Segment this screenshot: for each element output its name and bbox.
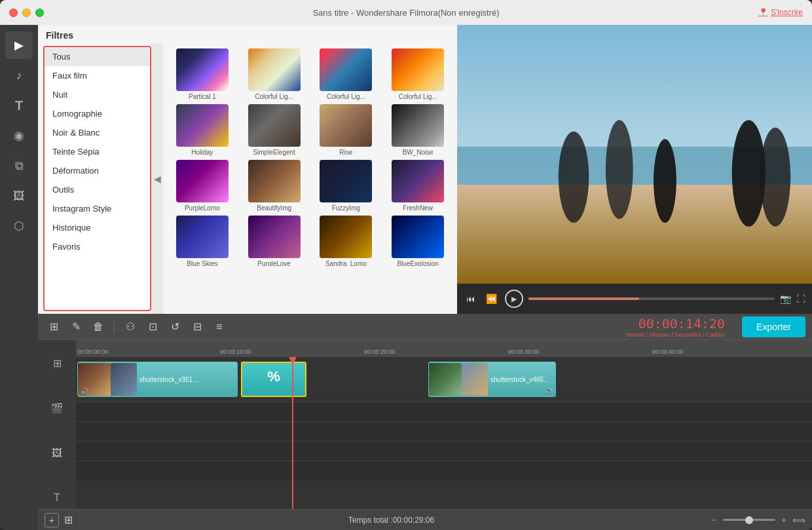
text-track-icon[interactable]: T: [54, 492, 60, 504]
filter-item-fuzzyimg[interactable]: FuzzyImg: [312, 160, 380, 212]
close-button[interactable]: [9, 9, 18, 17]
filter-item-freshnew[interactable]: FreshNew: [384, 160, 452, 212]
clip-thumb-1b: [111, 363, 137, 396]
filter-label-blueskies: Blue Skies: [187, 260, 217, 266]
svg-point-7: [760, 128, 790, 227]
filter-label-bwnoise: BW_Noise: [403, 149, 434, 156]
edit-tool[interactable]: ✎: [67, 318, 85, 336]
crop-tool[interactable]: ⊡: [143, 318, 162, 336]
step-back-button[interactable]: ⏪: [483, 292, 500, 305]
filter-thumb-rise: [320, 104, 372, 147]
split-tool[interactable]: ⊟: [188, 318, 206, 336]
timeline-main[interactable]: 00:00:00:00 00:00:10:00 00:00:20:00 00:0…: [76, 340, 812, 509]
progress-bar[interactable]: [528, 297, 775, 300]
add-video-track-icon[interactable]: ⊞: [53, 357, 62, 369]
maximize-button[interactable]: [35, 9, 44, 17]
filter-category-favoris[interactable]: Favoris: [45, 237, 150, 256]
minimize-button[interactable]: [22, 9, 31, 17]
filter-item-colorful2[interactable]: Colorful Lig...: [312, 48, 380, 100]
video-track-icon[interactable]: 🎬: [50, 402, 64, 415]
zoom-thumb: [745, 516, 753, 524]
register-link[interactable]: 📍 S'inscrire: [758, 8, 803, 17]
filter-category-historique[interactable]: Historique: [45, 218, 150, 237]
track-clip-1[interactable]: shutterstock_v351... 🔊: [77, 362, 238, 397]
filter-item-bwnoise[interactable]: BW_Noise: [384, 104, 452, 156]
progress-fill: [528, 297, 639, 300]
clip-audio-icon-1: 🔊: [81, 387, 88, 394]
filter-body: Tous Faux film Nuit Lomographie Noir & B…: [38, 43, 457, 314]
bottom-section: ⊞ ✎ 🗑 ⚇ ⊡ ↺ ⊟ ≡ 00:00:14:20 Heures / Min…: [38, 314, 812, 530]
sidebar-item-overlay[interactable]: 🖼: [5, 182, 33, 210]
filter-item-purplelomo[interactable]: PurpleLomo: [168, 160, 236, 212]
filter-thumb-colorful3: [392, 48, 444, 91]
image-track-empty: [76, 402, 812, 421]
filter-item-colorful3[interactable]: Colorful Lig...: [384, 48, 452, 100]
filter-thumb-particle1: [176, 48, 229, 91]
zoom-slider[interactable]: [723, 519, 775, 521]
filter-item-blueexplosion[interactable]: BlueExplosion: [384, 216, 452, 266]
preview-right-controls: 📷 ⛶: [780, 293, 805, 304]
sidebar-item-music[interactable]: ♪: [5, 62, 33, 89]
timeline-side: ⊞ 🎬 🖼 T ♪ ♪: [38, 340, 76, 509]
sidebar-item-transitions[interactable]: ⧉: [5, 152, 33, 180]
sidebar-item-elements[interactable]: ⬡: [5, 212, 33, 240]
delete-tool[interactable]: 🗑: [89, 318, 107, 336]
export-button[interactable]: Exporter: [742, 316, 805, 337]
track-clip-2[interactable]: %: [241, 362, 306, 397]
grid-view-button[interactable]: ⊞: [64, 514, 73, 526]
image-track-icon[interactable]: 🖼: [52, 447, 62, 459]
sidebar-item-video[interactable]: ▶: [5, 31, 33, 59]
filter-item-sandralomo[interactable]: Sandra_Lomo: [312, 216, 380, 266]
filter-item-particle1[interactable]: Partical 1: [168, 48, 236, 100]
filter-item-holiday[interactable]: Holiday: [168, 104, 236, 156]
filter-category-tous[interactable]: Tous: [45, 47, 150, 66]
track-clip-3[interactable]: shutterstock_v4654... 🔊: [428, 362, 556, 397]
filter-thumb-bwnoise: [392, 104, 444, 147]
zoom-in-button[interactable]: ＋: [779, 514, 788, 526]
filter-category-noir-blanc[interactable]: Noir & Blanc: [45, 123, 150, 142]
zoom-out-button[interactable]: －: [710, 514, 719, 526]
add-media-tool[interactable]: ⊞: [45, 318, 63, 336]
add-track-button[interactable]: +: [45, 513, 59, 527]
sidebar-item-effects[interactable]: ◉: [5, 122, 33, 149]
filter-label-purplelove: PurpleLove: [257, 260, 291, 266]
filter-category-teinte-sepia[interactable]: Teinte Sépia: [45, 142, 150, 161]
filter-category-outils[interactable]: Outils: [45, 180, 150, 199]
filter-category-faux-film[interactable]: Faux film: [45, 66, 150, 85]
music-track-2-empty: [76, 461, 812, 480]
snapshot-icon[interactable]: 📷: [780, 293, 791, 304]
filter-item-beautifyimg[interactable]: BeautifyImg: [240, 160, 308, 212]
undo-tool[interactable]: ↺: [166, 318, 184, 336]
filter-thumb-fuzzyimg: [320, 160, 372, 202]
current-time: 00:00:14:20: [625, 316, 725, 331]
filter-item-colorful1[interactable]: Colorful Lig...: [240, 48, 308, 100]
svg-point-3: [559, 132, 589, 223]
fit-to-window-button[interactable]: ⟺: [792, 515, 805, 525]
filter-item-blueskies[interactable]: Blue Skies: [168, 216, 236, 266]
filter-item-purplelove[interactable]: PurpleLove: [240, 216, 308, 266]
filter-category-lomographie[interactable]: Lomographie: [45, 104, 150, 123]
adjust-tool[interactable]: ≡: [210, 318, 229, 336]
filter-category-deformation[interactable]: Déformation: [45, 161, 150, 180]
filter-thumb-purplelomo: [176, 160, 229, 202]
filter-thumb-colorful1: [248, 48, 301, 91]
filter-item-rise[interactable]: Rise: [312, 104, 380, 156]
clip-audio-icon-3: 🔊: [545, 387, 553, 394]
ruler-mark-4: 00:00:40:00: [652, 349, 684, 355]
filter-thumb-blueexplosion: [392, 216, 444, 258]
filter-category-nuit[interactable]: Nuit: [45, 85, 150, 104]
filter-label-beautifyimg: BeautifyImg: [257, 204, 291, 212]
filter-label-simpleelegent: SimpleElegent: [253, 149, 295, 156]
fullscreen-icon[interactable]: ⛶: [796, 293, 805, 304]
window-title: Sans titre - Wondershare Filmora(Non enr…: [312, 8, 499, 18]
svg-point-4: [606, 120, 633, 219]
filter-nav-left[interactable]: ◀: [151, 43, 163, 314]
skip-back-button[interactable]: ⏮: [464, 292, 478, 305]
sidebar-item-text[interactable]: T: [5, 92, 33, 119]
play-button[interactable]: ▶: [505, 290, 523, 308]
window-controls: [9, 9, 44, 17]
filter-category-instagram[interactable]: Instagram Style: [45, 199, 150, 218]
filter-label-purplelomo: PurpleLomo: [185, 204, 220, 212]
group-tool[interactable]: ⚇: [121, 318, 139, 336]
filter-item-simpleelegent[interactable]: SimpleElegent: [240, 104, 308, 156]
